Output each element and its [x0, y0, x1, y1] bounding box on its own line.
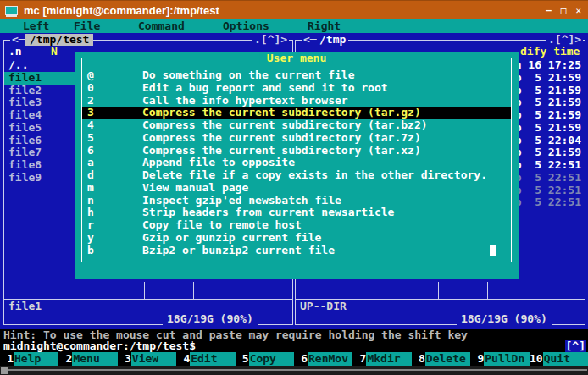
modify-time-cell[interactable]: p 5 21:59: [508, 146, 581, 159]
menu-item-label: Inspect gzip'ed newsbatch file: [142, 195, 341, 207]
modify-time-cell[interactable]: p 5 21:59: [508, 97, 581, 109]
column-separator: [144, 282, 145, 300]
modify-time-cell[interactable]: n 16 17:25: [508, 59, 581, 72]
fkey-help[interactable]: 1Help: [0, 352, 58, 366]
fkey-number: 10: [530, 352, 543, 366]
menu-item-label: Gzip or gunzip current file: [142, 232, 321, 245]
menu-item[interactable]: hStrip headers from current newsarticle: [82, 207, 511, 219]
menu-item-key: 6: [87, 145, 142, 157]
fkey-copy[interactable]: 5Copy: [236, 352, 294, 366]
user-menu-list: @Do something on the current file 0Edit …: [82, 69, 511, 256]
left-panel-arrow-icon[interactable]: <─: [10, 34, 27, 46]
window-title: mc [midnight@commander]:/tmp/test: [24, 4, 219, 17]
fkey-label: Copy: [249, 352, 294, 366]
menu-item[interactable]: @Do something on the current file: [82, 69, 511, 82]
right-panel-modify-time-header[interactable]: dify time: [520, 46, 580, 58]
fkey-view[interactable]: 3View: [118, 352, 176, 366]
menu-item[interactable]: yGzip or gunzip current file: [82, 232, 511, 245]
left-panel-sort-header[interactable]: .n: [8, 46, 22, 58]
menu-item[interactable]: 2Call the info hypertext browser: [82, 95, 511, 108]
menubar-item-right[interactable]: Right: [308, 19, 341, 32]
fkey-label: PullDn: [484, 352, 529, 366]
left-panel-scroll-marker[interactable]: .[^]>: [252, 34, 289, 46]
modify-time-cell[interactable]: p 5 21:59: [508, 72, 581, 85]
menu-item[interactable]: dDelete file if a copy exists in the oth…: [82, 169, 511, 182]
menu-item-label: Copy file to remote host: [142, 219, 302, 232]
right-panel-arrow-icon[interactable]: <─: [302, 34, 319, 46]
left-panel-name-header[interactable]: N: [51, 46, 58, 58]
menu-item[interactable]: rCopy file to remote host: [82, 219, 511, 232]
menubar-item-left[interactable]: Left: [23, 19, 49, 32]
menu-item-key: @: [87, 69, 142, 82]
fkey-label: Menu: [72, 352, 117, 366]
right-panel-scroll-marker[interactable]: .[^]>: [546, 34, 583, 46]
modify-time-cell[interactable]: p 5 22:51: [508, 185, 581, 197]
menubar: Left File Command Options Right: [0, 19, 588, 33]
menubar-item-options[interactable]: Options: [223, 19, 269, 32]
command-history-button[interactable]: [^]: [565, 340, 586, 352]
window-titlebar: mc [midnight@commander]:/tmp/test – □ ✕: [0, 0, 588, 19]
menu-item[interactable]: nInspect gzip'ed newsbatch file: [82, 195, 511, 207]
menu-item-label: Compress the current subdirectory (tar.b…: [142, 119, 428, 132]
fkey-mkdir[interactable]: 7Mkdir: [352, 352, 411, 366]
menu-item[interactable]: 4Compress the current subdirectory (tar.…: [82, 119, 511, 132]
fkey-quit[interactable]: 10Quit: [530, 352, 588, 366]
menu-item-key: y: [87, 232, 142, 245]
fkey-number: 3: [118, 352, 131, 366]
left-panel-path-tab[interactable]: /tmp/test: [25, 34, 93, 46]
fkey-number: 7: [352, 352, 366, 366]
modify-time-cell[interactable]: p 5 21:59: [508, 109, 581, 122]
left-size-indicator: 18G/19G (90%): [163, 313, 258, 325]
menu-item[interactable]: 0Edit a bug report and send it to root: [82, 82, 511, 95]
fkey-menu[interactable]: 2Menu: [58, 352, 117, 366]
menu-item-key: 4: [87, 119, 142, 132]
menu-item-label: Do something on the current file: [142, 69, 354, 82]
modify-time-cell[interactable]: p 5 21:59: [508, 122, 581, 135]
minimize-button[interactable]: –: [546, 5, 552, 16]
fkey-edit[interactable]: 4Edit: [176, 352, 235, 366]
menu-item-key: 3: [87, 107, 142, 119]
fkey-number: 8: [412, 352, 425, 366]
fkey-number: 5: [236, 352, 249, 366]
modify-time-cell[interactable]: p 5 22:51: [508, 172, 581, 185]
menu-item-label: Compress the current subdirectory (tar.7…: [142, 132, 421, 145]
fkey-pulldn[interactable]: 9PullDn: [470, 352, 529, 366]
maximize-button[interactable]: □: [561, 5, 567, 16]
fkey-label: RenMov: [308, 352, 352, 366]
menubar-item-command[interactable]: Command: [138, 19, 185, 32]
menu-item[interactable]: bBzip2 or bunzip2 current file: [82, 245, 511, 257]
fkey-number: 2: [58, 352, 72, 366]
menu-item[interactable]: mView manual page: [82, 182, 511, 195]
menu-item-label: Call the info hypertext browser: [142, 95, 348, 108]
menu-item-label: Strip headers from current newsarticle: [142, 207, 394, 219]
modify-time-cell[interactable]: p 5 21:59: [508, 85, 581, 97]
command-prompt[interactable]: midnight@commander:/tmp/test$: [0, 340, 588, 352]
column-separator: [487, 282, 488, 300]
menu-item-key: 0: [87, 82, 142, 95]
menu-item-key: a: [87, 157, 142, 169]
menu-item-key: d: [87, 169, 142, 182]
right-size-indicator: 18G/19G (90%): [457, 313, 552, 325]
fkey-renmov[interactable]: 6RenMov: [294, 352, 352, 366]
horizontal-scrollbar[interactable]: [0, 366, 588, 375]
menu-item-key: 2: [87, 95, 142, 108]
menu-item[interactable]: 5Compress the current subdirectory (tar.…: [82, 132, 511, 145]
close-button[interactable]: ✕: [575, 5, 581, 16]
right-panel-path[interactable]: /tmp: [317, 34, 348, 46]
right-ministatus: UP--DIR: [300, 301, 347, 312]
column-separator: [193, 282, 194, 300]
menu-item[interactable]: 6Compress the current subdirectory (tar.…: [82, 145, 511, 157]
left-ministatus-divider: [4, 299, 292, 300]
scrollbar-grip[interactable]: [1, 367, 8, 374]
menubar-item-file[interactable]: File: [74, 19, 100, 32]
modify-time-cell[interactable]: p 5 22:51: [508, 196, 581, 209]
fkey-delete[interactable]: 8Delete: [412, 352, 470, 366]
modify-time-cell[interactable]: p 5 22:04: [508, 135, 581, 147]
menu-item[interactable]: aAppend file to opposite: [82, 157, 511, 169]
fkey-label: View: [131, 352, 176, 366]
menu-item-label: Edit a bug report and send it to root: [142, 82, 388, 95]
scrollbar-track: [8, 369, 587, 371]
menu-item-selected[interactable]: 3Compress the current subdirectory (tar.…: [82, 107, 511, 119]
modify-time-cell[interactable]: p 5 22:51: [508, 159, 581, 172]
fkey-label: Quit: [543, 352, 588, 366]
